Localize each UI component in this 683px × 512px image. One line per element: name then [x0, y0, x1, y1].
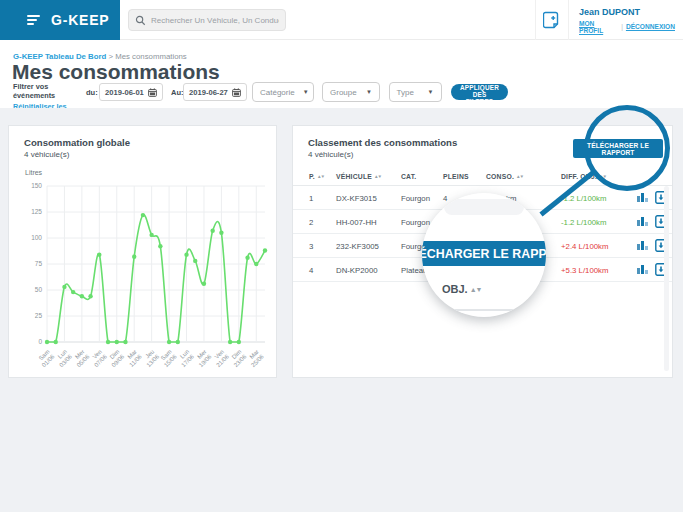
profile-link[interactable]: MON PROFIL [579, 20, 618, 34]
date-to-input[interactable]: 2019-06-27 [183, 83, 247, 101]
menu-icon[interactable] [27, 13, 41, 27]
consumption-line-chart: 0255075100125150Sam01/06Lun03/06Mer05/06… [13, 174, 275, 382]
filter-label: Filtrer vos événements [13, 82, 83, 100]
svg-text:Dim09/06: Dim09/06 [106, 348, 126, 368]
new-report-icon[interactable] [535, 0, 569, 40]
sort-icon: ▲▼ [516, 174, 523, 179]
magnified-download-report-button[interactable]: TÉLÉCHARGER LE RAPPORT [422, 241, 546, 266]
search-icon [135, 15, 146, 26]
svg-text:Jeu13/06: Jeu13/06 [140, 348, 160, 368]
date-from-input[interactable]: 2019-06-01 [99, 83, 163, 101]
row-chart-icon[interactable] [636, 239, 649, 252]
svg-text:100: 100 [31, 234, 42, 241]
svg-text:75: 75 [35, 260, 43, 267]
chevron-down-icon: ▼ [428, 89, 434, 95]
svg-text:Lun03/06: Lun03/06 [53, 348, 73, 368]
rank-cell: 4 [309, 266, 313, 275]
consumption-chart-card: Consommation globale 4 véhicule(s) Litre… [8, 125, 277, 378]
diff-obj-cell: +5.3 L/100km [561, 266, 608, 275]
vehicle-cell: 232-KF3005 [336, 242, 379, 251]
search-input[interactable] [151, 16, 279, 25]
logo[interactable]: G-KEEP [0, 0, 120, 40]
logout-link[interactable]: DÉCONNEXION [626, 23, 675, 30]
group-dropdown-value: Groupe [330, 88, 357, 97]
column-header-pleins: PLEINS [443, 173, 469, 180]
column-header-p[interactable]: P.▲▼ [309, 173, 324, 180]
line-chart: 0255075100125150Sam01/06Lun03/06Mer05/06… [13, 174, 275, 386]
apply-filters-button[interactable]: APPLIQUER DES FILTRES [451, 84, 508, 100]
sort-icon: ▲▼ [317, 174, 324, 179]
table-card-subtitle: 4 véhicule(s) [308, 150, 353, 159]
table-scrollbar[interactable] [664, 186, 669, 371]
vehicle-cell: HH-007-HH [336, 218, 377, 227]
chevron-down-icon: ▼ [303, 89, 309, 95]
svg-text:Sam15/06: Sam15/06 [158, 348, 178, 368]
category-dropdown[interactable]: Catégorie ▼ [252, 82, 314, 102]
svg-text:Mer19/06: Mer19/06 [193, 348, 213, 368]
column-header-conso[interactable]: CONSO.▲▼ [486, 173, 523, 180]
date-to-label: Au: [171, 88, 184, 97]
category-cell: Fourgon [401, 218, 430, 227]
links-separator: | [621, 23, 623, 30]
category-cell: Fourgon [401, 194, 430, 203]
row-chart-icon[interactable] [636, 215, 649, 228]
svg-text:Mar11/06: Mar11/06 [123, 348, 143, 368]
calendar-icon [232, 88, 241, 97]
rank-cell: 3 [309, 242, 313, 251]
chart-card-title: Consommation globale [24, 137, 130, 148]
calendar-icon [148, 88, 157, 97]
svg-text:25: 25 [35, 312, 43, 319]
content-area: Consommation globale 4 véhicule(s) Litre… [0, 108, 683, 512]
svg-text:125: 125 [31, 208, 42, 215]
logo-text: G-KEEP [51, 12, 109, 28]
svg-text:Lun17/06: Lun17/06 [175, 348, 195, 368]
rank-cell: 1 [309, 194, 313, 203]
top-header: G-KEEP Jean DUPONT MON PROFIL [0, 0, 683, 40]
user-name: Jean DUPONT [579, 7, 675, 17]
chevron-down-icon: ▼ [366, 89, 372, 95]
sort-icon: ▲▼ [470, 286, 482, 293]
svg-text:Mar25/06: Mar25/06 [245, 348, 265, 368]
diff-obj-cell: +2.4 L/100km [561, 242, 608, 251]
type-dropdown-value: Type [397, 88, 414, 97]
svg-text:Ven21/06: Ven21/06 [210, 348, 230, 368]
column-header-cat: CAT. [401, 173, 416, 180]
svg-text:Ven07/06: Ven07/06 [88, 348, 108, 368]
vehicle-cell: DN-KP2000 [336, 266, 378, 275]
chart-card-subtitle: 4 véhicule(s) [24, 150, 69, 159]
category-dropdown-value: Catégorie [260, 88, 295, 97]
svg-text:50: 50 [35, 286, 43, 293]
vehicle-cell: DX-KF3015 [336, 194, 377, 203]
svg-text:150: 150 [31, 182, 42, 189]
type-dropdown[interactable]: Type ▼ [389, 82, 442, 102]
date-from-label: du: [86, 88, 98, 97]
svg-text:Mer05/06: Mer05/06 [71, 348, 91, 368]
group-dropdown[interactable]: Groupe ▼ [322, 82, 380, 102]
table-card-title: Classement des consommations [308, 137, 457, 148]
sort-icon: ▲▼ [374, 174, 381, 179]
user-block: Jean DUPONT MON PROFIL | DÉCONNEXION [579, 7, 675, 34]
date-to-value: 2019-06-27 [189, 88, 228, 97]
column-header-v-hicule[interactable]: VÉHICULE▲▼ [336, 173, 381, 180]
user-area: Jean DUPONT MON PROFIL | DÉCONNEXION [535, 0, 675, 40]
magnified-obj-header-fragment: OBJ.▲▼ [442, 283, 482, 295]
download-report-button[interactable]: TÉLÉCHARGER LE RAPPORT [573, 139, 663, 158]
rank-cell: 2 [309, 218, 313, 227]
svg-text:Dim23/06: Dim23/06 [228, 348, 248, 368]
svg-text:0: 0 [38, 338, 42, 345]
row-chart-icon[interactable] [636, 263, 649, 276]
svg-text:Sam01/06: Sam01/06 [36, 348, 56, 368]
row-chart-icon[interactable] [636, 191, 649, 204]
page-title: Mes consommations [12, 60, 220, 84]
search-bar[interactable] [128, 9, 286, 31]
date-from-value: 2019-06-01 [105, 88, 144, 97]
diff-obj-cell: -1.2 L/100km [561, 218, 607, 227]
app-root: G-KEEP Jean DUPONT MON PROFIL [0, 0, 683, 512]
pleins-cell: 4 [443, 194, 447, 203]
magnified-row-fragment [444, 199, 524, 215]
magnifier-zoom-circle: TÉLÉCHARGER LE RAPPORT OBJ.▲▼ [422, 193, 546, 317]
